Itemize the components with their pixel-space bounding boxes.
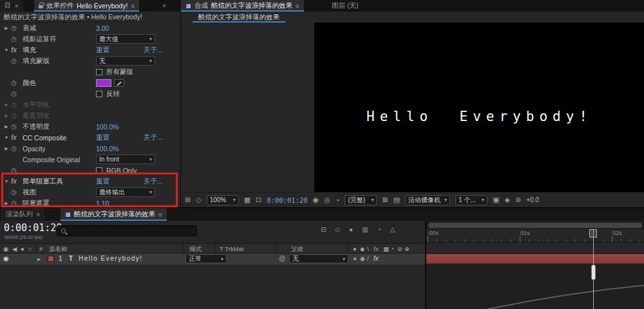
shy-switch-icon[interactable]: ● — [353, 245, 357, 252]
time-navigator[interactable] — [428, 223, 642, 228]
about-link[interactable]: 关于... — [144, 46, 163, 55]
channels-icon[interactable]: ◔ — [336, 196, 340, 204]
twirl-closed-icon[interactable]: ▶ — [5, 113, 8, 118]
tab-effect-controls[interactable]: 效果控件 Hello Everybody! ≡ — [34, 0, 139, 12]
reset-link[interactable]: 重置 — [96, 133, 144, 142]
adjustment-switch-icon[interactable]: ⊘ — [397, 245, 402, 252]
stopwatch-icon[interactable]: ◷ — [11, 24, 23, 32]
echo-operator-select[interactable]: 最大值▾ — [96, 34, 155, 44]
region-of-interest-icon[interactable]: ⊠ — [382, 196, 388, 204]
view-layout-select[interactable]: 1 个...▾ — [455, 195, 488, 205]
fx-badge-icon[interactable]: fx — [11, 46, 23, 53]
exposure-value[interactable]: +0.0 — [526, 196, 539, 203]
view-select[interactable]: 最终输出▾ — [96, 187, 155, 197]
close-icon[interactable]: × — [36, 211, 40, 218]
tab-render-queue[interactable]: 渲染队列 × — [1, 208, 44, 221]
effect-name[interactable]: CC Composite — [23, 134, 96, 142]
lock-column-icon[interactable]: ○ — [28, 245, 32, 252]
search-input[interactable] — [70, 227, 193, 234]
draft-3d-icon[interactable]: ◇ — [335, 226, 340, 233]
mode-column[interactable]: 模式 — [189, 245, 202, 254]
about-link[interactable]: 关于... — [144, 177, 163, 186]
twirl-closed-icon[interactable]: ▶ — [5, 124, 8, 129]
collapse-toggle-icon[interactable]: ◆ — [360, 255, 365, 262]
tab-timeline-comp[interactable]: 酷炫的文字波浪掉落的效果 ≡ — [61, 208, 167, 221]
shy-toggle-icon[interactable]: ● — [353, 255, 357, 262]
lock-icon[interactable] — [39, 5, 43, 8]
audio-column-icon[interactable]: ◀ — [12, 245, 17, 252]
motion-blur-icon[interactable]: ◔ — [377, 226, 381, 233]
trkmat-column[interactable]: T TrkMat — [220, 245, 243, 252]
viewer-tab[interactable]: 酷炫的文字波浪掉落的效果 — [193, 12, 285, 23]
twirl-closed-icon[interactable]: ▶ — [5, 201, 8, 206]
ruler-grid-icon[interactable]: ▦ — [244, 196, 251, 204]
reset-link[interactable]: 重置 — [96, 46, 144, 55]
fill-mask-select[interactable]: 无▾ — [96, 56, 155, 66]
layer-row[interactable]: ◉ ▶ 1 T Hello Everybody! 正常▾ @ 无▾ ● ◆ / … — [0, 254, 425, 265]
pickwhip-icon[interactable]: @ — [279, 255, 285, 262]
effect-name[interactable]: 填充 — [23, 46, 96, 55]
stopwatch-icon[interactable]: ◷ — [11, 35, 23, 42]
close-icon[interactable]: × — [15, 2, 19, 10]
panel-menu-icon[interactable]: ≡ — [296, 3, 299, 10]
tab-project[interactable]: 目 × — [0, 0, 23, 12]
stopwatch-icon[interactable]: ◷ — [11, 112, 23, 119]
property-value[interactable]: 100.0% — [96, 123, 119, 131]
stopwatch-icon[interactable]: ◷ — [11, 145, 23, 152]
layer-twirl-icon[interactable]: ▶ — [37, 257, 41, 262]
current-timecode[interactable]: 0:00:01:20 — [4, 222, 62, 234]
composition-viewport[interactable]: Hello Everybody! — [314, 23, 644, 192]
frame-blending-icon[interactable]: ▥ — [362, 226, 368, 233]
twirl-open-icon[interactable]: ▼ — [5, 48, 9, 52]
twirl-open-icon[interactable]: ▼ — [5, 135, 9, 140]
zoom-select[interactable]: 100%▾ — [207, 195, 239, 205]
motion-blur-switch-icon[interactable]: ◔ — [390, 245, 394, 252]
twirl-closed-icon[interactable]: ▶ — [5, 102, 8, 108]
quality-switch-icon[interactable]: \ — [367, 245, 369, 252]
current-time-indicator-handle[interactable] — [589, 229, 597, 238]
grid-options-icon[interactable]: ⊞ — [185, 196, 191, 204]
property-value[interactable]: 100.0% — [96, 145, 119, 153]
source-name-column[interactable]: 源名称 — [49, 245, 68, 254]
eye-column-icon[interactable]: ◉ — [3, 245, 8, 252]
graph-editor-icon[interactable]: △ — [390, 226, 395, 233]
property-value[interactable]: 3.00 — [96, 24, 109, 32]
quality-toggle-icon[interactable]: / — [367, 255, 369, 262]
eyedropper-icon[interactable] — [114, 79, 124, 87]
tab-layer[interactable]: 图层 (无) — [327, 0, 363, 12]
resolution-select[interactable]: (完整)▾ — [345, 195, 377, 205]
frame-blend-switch-icon[interactable]: ▦ — [383, 245, 389, 252]
mask-visibility-icon[interactable]: ◇ — [196, 196, 201, 204]
parent-select[interactable]: 无▾ — [289, 254, 348, 263]
tab-overflow-icon[interactable]: » — [162, 1, 166, 9]
fx-toggle-icon[interactable]: fx — [374, 255, 379, 262]
stopwatch-icon[interactable]: ◷ — [11, 101, 23, 108]
property-value[interactable]: 1.10 — [96, 200, 109, 207]
stopwatch-icon[interactable]: ◷ — [11, 167, 23, 174]
composite-original-select[interactable]: In front▾ — [96, 154, 155, 164]
current-time-indicator-grip[interactable] — [591, 265, 596, 280]
stopwatch-icon[interactable]: ◷ — [11, 90, 23, 97]
stopwatch-icon[interactable]: ◷ — [11, 123, 23, 130]
solo-column-icon[interactable]: ● — [21, 245, 24, 252]
panel-menu-icon[interactable]: ≡ — [158, 211, 162, 218]
layer-duration-bar[interactable] — [426, 254, 644, 264]
twirl-closed-icon[interactable]: ▶ — [5, 146, 8, 151]
snapshot-icon[interactable]: ◉ — [313, 196, 319, 204]
fx-badge-icon[interactable]: fx — [11, 178, 23, 185]
camera-select[interactable]: 活动摄像机▾ — [405, 195, 450, 205]
fast-previews-icon[interactable]: ◈ — [504, 196, 509, 204]
parent-column[interactable]: 父级 — [291, 245, 303, 254]
reset-link[interactable]: 重置 — [96, 177, 144, 186]
twirl-closed-icon[interactable]: ▶ — [5, 26, 8, 31]
preview-timecode[interactable]: 0:00:01:20 — [267, 196, 307, 204]
show-snapshot-icon[interactable]: ◎ — [324, 196, 330, 204]
blend-mode-select[interactable]: 正常▾ — [185, 254, 227, 263]
effect-name[interactable]: 简单阻塞工具 — [23, 177, 96, 186]
tab-composition[interactable]: 合成 酷炫的文字波浪掉落的效果 ≡ — [181, 0, 304, 12]
stopwatch-icon[interactable]: ◷ — [11, 57, 23, 64]
layer-color-chip[interactable] — [48, 256, 54, 262]
search-box[interactable] — [57, 225, 197, 236]
layer-name[interactable]: Hello Everybody! — [79, 255, 143, 262]
fx-badge-icon[interactable]: fx — [11, 134, 23, 141]
